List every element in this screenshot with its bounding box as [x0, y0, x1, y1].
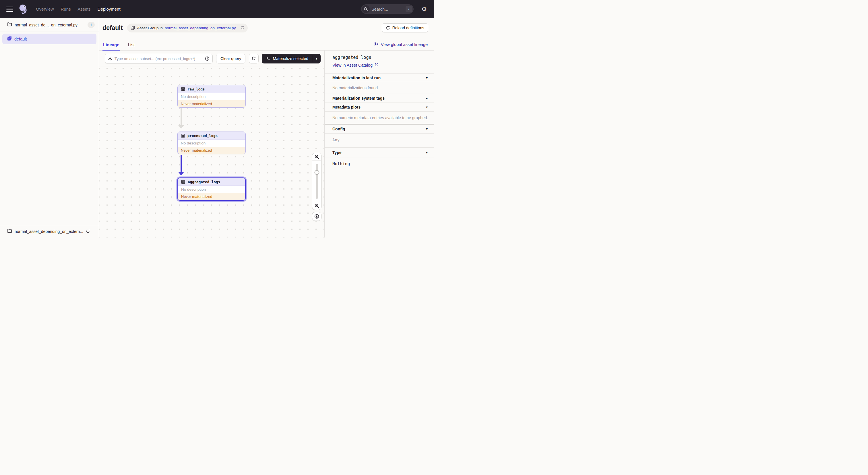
materialize-selected-label: Materialize selected — [273, 56, 308, 61]
asset-status: Never materialized — [178, 100, 245, 108]
materialize-selected-button[interactable]: Materialize selected ▾ — [262, 54, 321, 63]
asset-name: processed_logs — [187, 133, 218, 138]
code-location-label: normal_asset_de..._on_external.py — [14, 23, 85, 27]
type-value: Nothing — [325, 157, 434, 166]
chevron-down-icon: ▾ — [426, 105, 428, 109]
table-icon — [181, 87, 185, 91]
lineage-canvas[interactable]: raw_logs No description Never materializ… — [99, 67, 324, 237]
section-materialization-last-run[interactable]: Materialization in last run ▾ — [325, 73, 434, 82]
section-label: Type — [332, 150, 342, 155]
zoom-in-button[interactable] — [312, 153, 321, 161]
hamburger-menu-icon[interactable] — [6, 7, 13, 12]
asset-node-processed-logs[interactable]: processed_logs No description Never mate… — [177, 131, 246, 154]
search-icon — [362, 5, 370, 13]
view-global-asset-lineage-link[interactable]: View global asset lineage — [374, 42, 428, 50]
lineage-canvas-region: Clear query Materialize selected ▾ — [99, 51, 324, 237]
reload-definitions-button[interactable]: Reload definitions — [382, 23, 428, 32]
asset-description: No description — [178, 186, 245, 193]
settings-gear-icon[interactable]: ⚙ — [422, 6, 427, 12]
asset-count-badge: 1 — [88, 22, 95, 28]
page-title: default — [102, 24, 123, 32]
reload-definitions-label: Reload definitions — [392, 26, 424, 30]
reload-location-icon[interactable] — [86, 229, 90, 234]
asset-status: Never materialized — [178, 193, 245, 200]
zoom-control — [312, 153, 321, 210]
asset-detail-title: aggregated_logs — [332, 55, 434, 60]
asset-node-raw-logs[interactable]: raw_logs No description Never materializ… — [177, 85, 246, 108]
graph-toolbar: Clear query Materialize selected ▾ — [99, 51, 324, 67]
dagster-app: Overview Runs Assets Deployment / ⚙ norm… — [0, 0, 434, 237]
asset-catalog-link-label: View in Asset Catalog — [332, 63, 373, 67]
code-location-link[interactable]: normal_asset_depending_on_external.py — [165, 26, 236, 30]
section-label: Materialization system tags — [332, 96, 384, 100]
folder-icon — [7, 22, 12, 28]
group-label: default — [14, 37, 27, 41]
section-metadata-plots[interactable]: Metadata plots ▾ — [325, 103, 434, 112]
zoom-out-button[interactable] — [312, 202, 321, 210]
asset-group-icon — [131, 26, 135, 30]
tab-list[interactable]: List — [127, 39, 135, 51]
asset-node-aggregated-logs[interactable]: aggregated_logs No description Never mat… — [177, 177, 246, 201]
chevron-down-icon: ▾ — [426, 127, 428, 131]
nav-link-overview[interactable]: Overview — [35, 5, 55, 13]
section-type[interactable]: Type ▾ — [325, 148, 434, 157]
chevron-right-icon: ▸ — [426, 96, 428, 100]
asset-description: No description — [178, 140, 245, 147]
section-label: Metadata plots — [332, 105, 361, 110]
table-icon — [181, 133, 185, 138]
section-label: Config — [332, 127, 345, 131]
nav-link-deployment[interactable]: Deployment — [97, 5, 121, 13]
search-shortcut-key: / — [406, 6, 412, 12]
asset-group-breadcrumb: Asset Group in normal_asset_depending_on… — [127, 24, 248, 32]
dagster-logo-icon[interactable] — [18, 4, 28, 14]
sidebar-item-default-group[interactable]: default — [2, 34, 96, 44]
materialize-sparkle-icon — [266, 56, 270, 61]
refresh-graph-button[interactable] — [249, 54, 259, 63]
section-materialization-system-tags[interactable]: Materialization system tags ▸ — [325, 94, 434, 103]
external-link-icon — [375, 63, 379, 67]
code-location-footer-label: normal_asset_depending_on_extern... — [14, 229, 83, 234]
sidebar-item-code-location-footer[interactable]: normal_asset_depending_on_extern... — [0, 225, 99, 237]
title-row: default Asset Group in normal_asset_depe… — [102, 21, 428, 34]
reload-location-icon[interactable] — [240, 26, 244, 30]
asset-subset-input[interactable] — [112, 57, 205, 61]
view-in-asset-catalog-link[interactable]: View in Asset Catalog — [332, 63, 379, 67]
asset-status: Never materialized — [178, 147, 245, 154]
view-global-asset-lineage-label: View global asset lineage — [381, 42, 428, 47]
breadcrumb-prefix: Asset Group in — [137, 26, 162, 30]
nav-link-runs[interactable]: Runs — [60, 5, 71, 13]
folder-icon — [7, 228, 12, 234]
asset-name: aggregated_logs — [188, 180, 220, 184]
chevron-down-icon: ▾ — [426, 76, 428, 80]
nav-link-assets[interactable]: Assets — [77, 5, 91, 13]
zoom-slider-track[interactable] — [316, 164, 318, 199]
section-config[interactable]: Config ▾ — [325, 125, 434, 133]
search-input[interactable] — [370, 7, 406, 11]
metadata-plots-empty-text: No numeric metadata entries available to… — [325, 112, 434, 124]
materialize-dropdown-caret[interactable]: ▾ — [312, 54, 321, 63]
clear-query-button[interactable]: Clear query — [216, 54, 245, 63]
asset-group-icon — [7, 36, 12, 42]
info-icon[interactable] — [205, 56, 210, 61]
code-location-sidebar: normal_asset_de..._on_external.py 1 defa… — [0, 18, 99, 237]
asset-subset-field[interactable] — [105, 54, 213, 63]
config-value: Any — [325, 133, 434, 148]
nav-links: Overview Runs Assets Deployment — [35, 5, 121, 13]
asset-description: No description — [178, 93, 245, 100]
top-nav: Overview Runs Assets Deployment / ⚙ — [0, 0, 434, 18]
asset-name: raw_logs — [187, 87, 205, 91]
materialization-empty-text: No materializations found — [325, 82, 434, 94]
graph-query-icon — [108, 57, 112, 61]
tab-lineage[interactable]: Lineage — [102, 39, 120, 51]
table-icon — [181, 180, 185, 184]
lineage-graph-icon — [374, 42, 379, 47]
section-label: Materialization in last run — [332, 76, 381, 80]
zoom-slider[interactable] — [312, 161, 321, 202]
asset-detail-header: aggregated_logs View in Asset Catalog — [325, 51, 434, 73]
chevron-down-icon: ▾ — [426, 150, 428, 154]
download-graph-image-button[interactable] — [312, 212, 321, 221]
global-search[interactable]: / — [361, 4, 414, 14]
tabs-row: Lineage List View global asset lineage — [99, 38, 434, 51]
sidebar-item-code-location[interactable]: normal_asset_de..._on_external.py 1 — [0, 18, 99, 32]
zoom-slider-thumb[interactable] — [314, 170, 319, 175]
